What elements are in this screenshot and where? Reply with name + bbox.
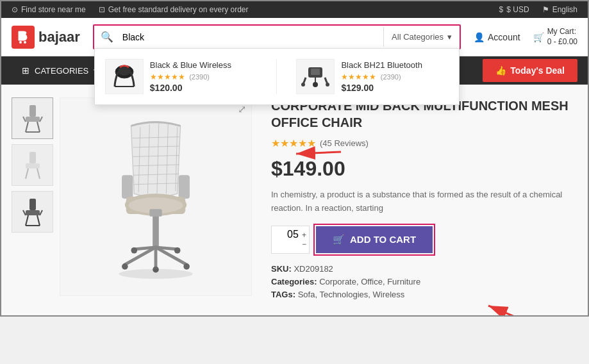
svg-rect-55	[149, 209, 162, 217]
result-1-price: $120.00	[150, 83, 231, 93]
svg-point-8	[326, 83, 329, 87]
quantity-decrease-button[interactable]: −	[302, 240, 306, 248]
svg-line-48	[134, 247, 156, 249]
categories-value: Corporate, Office, Furniture	[319, 277, 420, 286]
categories-label: CATEGORIES	[35, 66, 88, 76]
thumbnail-3[interactable]	[12, 191, 53, 233]
thumb-icon: 👍	[495, 65, 506, 76]
search-result-1[interactable]: Black & Blue Wireless ★★★★★ (2390) $120.…	[105, 59, 258, 94]
svg-line-16	[40, 117, 42, 122]
quantity-increase-button[interactable]: +	[302, 231, 306, 239]
product-reviews: (45 Reviews)	[320, 138, 369, 148]
cart-info: My Cart: 0 - £0.00	[547, 27, 577, 47]
currency-item[interactable]: $ $ USD	[499, 5, 529, 14]
svg-rect-39	[122, 175, 133, 199]
svg-rect-18	[26, 163, 40, 169]
header-right: 👤 Account 🛒 My Cart: 0 - £0.00	[474, 27, 577, 47]
result-2-info: Black BH21 Bluetooth ★★★★★ (2390) $129.0…	[341, 60, 422, 93]
grid-icon: ⊞	[22, 65, 29, 76]
product-details: CORPORATE MID BACK MULTIFUNCTION MESH OF…	[265, 97, 577, 302]
cart-label: My Cart:	[547, 27, 577, 37]
cart-amount: 0 - £0.00	[547, 37, 577, 47]
result-1-image	[105, 59, 144, 94]
result-2-image	[296, 59, 335, 94]
svg-line-27	[40, 210, 42, 215]
add-to-cart-button[interactable]: 🛒 ADD TO CART	[316, 226, 433, 253]
svg-point-53	[131, 247, 137, 254]
find-store-item[interactable]: ⊙ Find store near me	[12, 5, 86, 14]
result-divider	[276, 59, 277, 94]
delivery-text: Get free standard delivery on every orde…	[108, 5, 249, 14]
tags-row: TAGs: Sofa, Technologies, Wireless	[271, 290, 571, 299]
svg-line-15	[23, 117, 26, 122]
top-bar-left: ⊙ Find store near me ⊡ Get free standard…	[12, 5, 249, 14]
result-2-price: $129.00	[341, 83, 422, 93]
svg-line-26	[23, 210, 26, 215]
result-1-reviews: (2390)	[189, 73, 210, 81]
svg-point-7	[301, 83, 305, 87]
category-label: All Categories	[392, 32, 444, 42]
product-meta: SKU: XD209182 Categories: Corporate, Off…	[271, 264, 571, 299]
thumbnail-1[interactable]	[12, 97, 53, 139]
search-icon: 🔍	[94, 26, 120, 48]
quantity-box: 05 + −	[271, 226, 310, 254]
thumbnails	[12, 97, 53, 302]
svg-point-4	[118, 67, 131, 76]
svg-rect-6	[311, 69, 320, 75]
language-item[interactable]: ⚑ English	[542, 5, 577, 14]
search-input[interactable]	[120, 27, 383, 47]
flag-icon: ⚑	[542, 5, 549, 14]
cart-button[interactable]: 🛒 My Cart: 0 - £0.00	[533, 27, 577, 47]
sku-row: SKU: XD209182	[271, 264, 571, 274]
logo[interactable]: bajaar	[12, 26, 80, 49]
svg-line-20	[37, 169, 40, 179]
svg-rect-10	[29, 105, 36, 117]
svg-rect-40	[179, 175, 190, 199]
search-category-dropdown[interactable]: All Categories ▾	[383, 27, 460, 47]
result-2-stars: ★★★★★ (2390)	[341, 72, 422, 81]
location-icon: ⊙	[12, 5, 18, 14]
svg-rect-17	[29, 152, 36, 163]
svg-line-23	[26, 215, 28, 226]
svg-point-54	[174, 247, 181, 254]
product-stars: ★★★★★	[271, 137, 316, 149]
product-description: In chemistry, a product is a substance t…	[271, 188, 571, 215]
svg-rect-22	[26, 210, 40, 215]
svg-point-9	[313, 82, 318, 87]
result-1-info: Black & Blue Wireless ★★★★★ (2390) $120.…	[150, 60, 231, 93]
product-price: $149.00	[271, 157, 571, 181]
language-text: English	[552, 5, 577, 14]
todays-deal-button[interactable]: 👍 Today's Deal	[483, 59, 577, 82]
star-icons-2: ★★★★★	[341, 72, 376, 81]
sku-value: XD209182	[294, 264, 333, 274]
currency-text: $ USD	[506, 5, 529, 14]
result-1-stars: ★★★★★ (2390)	[150, 72, 231, 81]
top-bar-right: $ $ USD ⚑ English	[499, 5, 577, 14]
svg-line-13	[37, 122, 40, 132]
product-gallery: ⤢	[12, 97, 252, 302]
tags-label: TAGs:	[271, 290, 295, 299]
star-icons: ★★★★★	[150, 72, 185, 81]
find-store-text: Find store near me	[21, 5, 86, 14]
search-dropdown: Black & Blue Wireless ★★★★★ (2390) $120.…	[94, 48, 460, 105]
logo-text: bajaar	[38, 29, 80, 46]
svg-point-51	[183, 263, 190, 270]
add-to-cart-label: ADD TO CART	[350, 234, 416, 245]
cart-icon: 🛒	[533, 32, 544, 42]
tags-value: Sofa, Technologies, Wireless	[298, 290, 405, 299]
chevron-down-icon: ▾	[447, 32, 452, 42]
cart-add-icon: 🛒	[333, 234, 345, 245]
result-1-name: Black & Blue Wireless	[150, 60, 231, 70]
svg-line-19	[26, 169, 28, 179]
svg-point-0	[19, 41, 22, 44]
thumbnail-2[interactable]	[12, 144, 53, 186]
result-2-reviews: (2390)	[381, 73, 401, 81]
svg-point-50	[122, 263, 128, 270]
add-to-cart-row: 05 + − 🛒 ADD TO CART	[271, 226, 571, 254]
search-result-2[interactable]: Black BH21 Bluetooth ★★★★★ (2390) $129.0…	[296, 59, 449, 94]
delivery-item: ⊡ Get free standard delivery on every or…	[99, 5, 249, 14]
account-button[interactable]: 👤 Account	[474, 32, 520, 42]
svg-point-1	[24, 41, 26, 44]
svg-rect-44	[153, 213, 159, 247]
svg-line-49	[156, 247, 178, 249]
